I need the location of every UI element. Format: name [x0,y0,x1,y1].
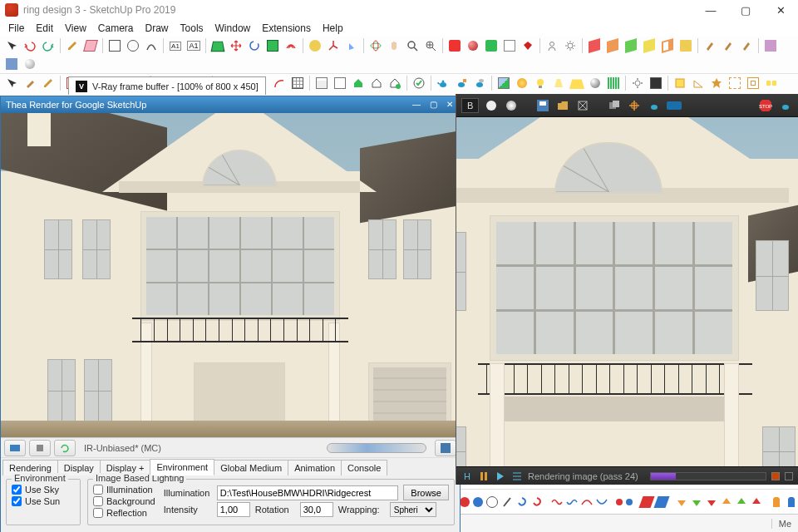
arrow-group-f-icon[interactable] [750,494,763,510]
window-minimize-button[interactable]: — [693,0,728,20]
vray-channel-button[interactable]: B [461,98,479,113]
layer-folder-icon[interactable] [677,37,694,54]
plugin-sphere-icon[interactable] [22,56,38,72]
vr-sphere-icon[interactable] [465,37,481,54]
slash-icon[interactable] [500,494,514,510]
brush-c-icon[interactable] [738,37,755,54]
thea-refresh-button[interactable] [54,440,76,456]
wave-b-icon[interactable] [565,494,579,510]
arc-tool-icon[interactable] [143,37,160,54]
wave-a-icon[interactable] [550,494,564,510]
ibl-illumination-checkbox[interactable] [93,485,103,495]
window-close-button[interactable]: ✕ [763,0,798,20]
vray-alpha-circle-icon[interactable] [504,98,519,113]
menu-file[interactable]: File [3,21,29,36]
text-tool-icon[interactable]: A1 [185,37,202,54]
home-outline-icon[interactable] [368,75,385,91]
frame-buffer-icon[interactable] [648,75,664,91]
window-maximize-button[interactable]: ▢ [728,0,763,20]
brush-tool-icon[interactable] [22,75,38,91]
tab-environment[interactable]: Environment [150,459,214,475]
picture-icon[interactable] [495,75,512,91]
vray-list-icon[interactable] [511,470,523,482]
teapot-icon[interactable] [435,75,451,91]
home-add-icon[interactable] [387,75,403,91]
menu-tools[interactable]: Tools [175,21,209,36]
illumination-path-field[interactable] [217,485,399,500]
vray-frame-buffer-tab[interactable]: V V-Ray frame buffer - [100% of 800 x 45… [68,76,266,95]
wrapping-select[interactable]: Spheri [390,502,436,517]
circle-tool-icon[interactable] [125,37,141,54]
shape-red-icon[interactable] [459,494,470,510]
use-sun-checkbox[interactable] [12,496,22,506]
browse-button[interactable]: Browse [403,485,449,500]
rectangle-tool-icon[interactable] [106,37,123,54]
shirt-blue-icon[interactable] [785,494,798,510]
menu-draw[interactable]: Draw [140,21,174,36]
wave-c-icon[interactable] [580,494,594,510]
vr-red-icon[interactable] [446,37,463,54]
brush-a-icon[interactable] [702,37,718,54]
vray-play-icon[interactable] [495,470,506,482]
menu-view[interactable]: View [60,21,91,36]
dot-red-icon[interactable] [615,494,623,510]
scale-tool-icon[interactable] [264,37,281,54]
arc-fan-icon[interactable] [271,75,288,91]
skew-blue-icon[interactable] [655,494,668,510]
dot-blue-icon[interactable] [625,494,633,510]
swirl-red-icon[interactable] [530,494,544,510]
star-icon[interactable] [708,75,725,91]
vray-render-teapot-icon[interactable] [778,98,793,113]
select-arrow-icon[interactable] [3,75,20,91]
light-area-icon[interactable] [569,75,585,91]
tape-measure-tool-icon[interactable] [307,37,323,54]
settings-gear-icon[interactable] [629,75,646,91]
tab-global-medium[interactable]: Global Medium [214,460,288,475]
vr-green-icon[interactable] [483,37,500,54]
vray-teapot-icon[interactable] [647,98,662,113]
brush-b-icon[interactable] [720,37,736,54]
skew-red-icon[interactable] [640,494,653,510]
rotate-tool-icon[interactable] [246,37,263,54]
menu-window[interactable]: Window [210,21,256,36]
ibl-reflection-checkbox[interactable] [93,508,103,518]
sun-icon[interactable] [514,75,530,91]
thea-save-button[interactable] [435,440,456,456]
redo-icon[interactable] [40,37,57,54]
vray-stop-render-icon[interactable]: STOP [758,98,773,113]
arrow-group-e-icon[interactable] [735,494,748,510]
ibl-background-checkbox[interactable] [93,496,103,506]
gear-icon[interactable] [562,37,579,54]
thea-progress-slider[interactable] [327,443,426,453]
rotation-field[interactable] [300,502,333,517]
fur-icon[interactable] [605,75,622,91]
teapot-cloud-icon[interactable] [471,75,488,91]
thea-titlebar[interactable]: Thea Render for Google SketchUp — ▢ ✕ [1,96,460,113]
person-icon[interactable] [544,37,560,54]
thea-stop-button[interactable] [29,440,51,456]
vray-region-icon[interactable] [627,98,642,113]
move-tool-icon[interactable] [228,37,244,54]
tab-console[interactable]: Console [341,460,387,475]
mat-sphere-icon[interactable] [587,75,603,91]
arrow-group-c-icon[interactable] [705,494,718,510]
tab-animation[interactable]: Animation [288,460,342,475]
menu-edit[interactable]: Edit [31,21,58,36]
home-green-icon[interactable] [350,75,367,91]
thea-maximize-button[interactable]: ▢ [425,96,441,111]
paint-bucket-tool-icon[interactable] [343,37,360,54]
light-bulb-icon[interactable] [532,75,549,91]
menu-extensions[interactable]: Extensions [257,21,316,36]
vray-save-icon[interactable] [535,98,550,113]
thea-minimize-button[interactable]: — [408,96,425,111]
axes-tool-icon[interactable] [325,37,342,54]
arrow-group-b-icon[interactable] [690,494,703,510]
teapot-rt-icon[interactable] [453,75,470,91]
use-sky-checkbox[interactable] [12,485,22,495]
push-pull-tool-icon[interactable] [209,37,226,54]
arrow-group-d-icon[interactable] [720,494,733,510]
vray-history-icon[interactable] [667,98,682,113]
vr-ruby-icon[interactable] [520,37,536,54]
swirl-blue-icon[interactable] [515,494,529,510]
layer-red-icon[interactable] [586,37,603,54]
